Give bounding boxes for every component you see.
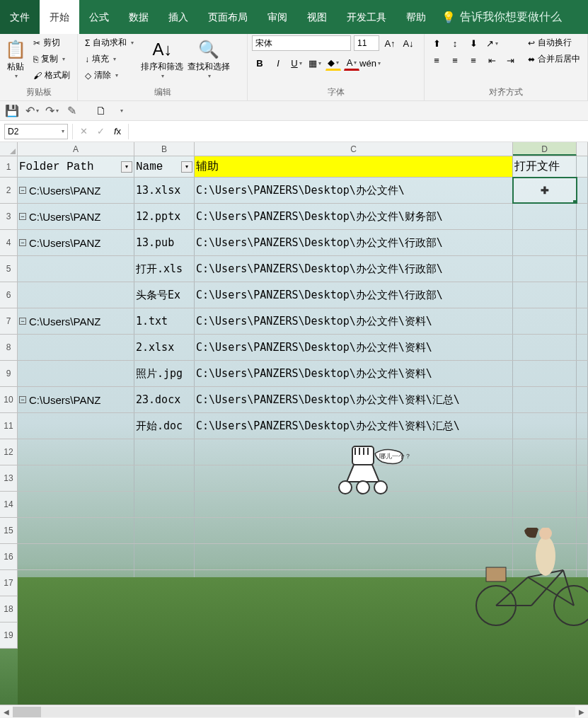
font-size-select[interactable] (354, 35, 379, 51)
cancel-formula-button[interactable]: ✕ (76, 124, 91, 139)
cell-A6[interactable] (18, 282, 134, 308)
tab-insert[interactable]: 插入 (158, 0, 198, 34)
row-header[interactable]: 11 (0, 413, 18, 439)
cell-E8[interactable] (577, 335, 588, 360)
row-header[interactable]: 9 (0, 361, 18, 386)
cell-B6[interactable]: 头条号Ex (134, 282, 195, 308)
cell-A17[interactable] (18, 570, 134, 596)
print-preview-button[interactable]: 🗋 (93, 103, 109, 119)
row-header[interactable]: 5 (0, 256, 18, 282)
row-header[interactable]: 7 (0, 308, 18, 334)
tab-data[interactable]: 数据 (119, 0, 158, 34)
cell-E19[interactable] (577, 623, 588, 648)
cell-B5[interactable]: 打开.xls (134, 256, 195, 282)
cell-A8[interactable] (18, 335, 134, 360)
cell-C4[interactable]: C:\Users\PANZERS\Desktop\办公文件\行政部\ (195, 230, 513, 255)
cell-B16[interactable] (134, 544, 195, 569)
cell-D3[interactable] (513, 204, 577, 229)
cell-E9[interactable] (577, 361, 588, 386)
cell-A10[interactable]: −C:\Users\PANZ (18, 387, 134, 412)
cell-D14[interactable] (513, 492, 577, 517)
paste-button[interactable]: 📋 粘贴 ▾ (4, 35, 26, 83)
cell-D16[interactable] (513, 544, 577, 569)
col-header-b[interactable]: B (134, 142, 195, 156)
cell-C5[interactable]: C:\Users\PANZERS\Desktop\办公文件\行政部\ (195, 256, 513, 282)
cell-E16[interactable] (577, 544, 588, 569)
row-header[interactable]: 6 (0, 282, 18, 308)
tab-help[interactable]: 帮助 (396, 0, 436, 34)
cell-E10[interactable] (577, 387, 588, 412)
tab-review[interactable]: 审阅 (258, 0, 297, 34)
cell-B9[interactable]: 照片.jpg (134, 361, 195, 386)
row-header[interactable]: 16 (0, 544, 18, 569)
decrease-font-button[interactable]: A↓ (400, 35, 416, 51)
row-header[interactable]: 15 (0, 518, 18, 543)
tab-home[interactable]: 开始 (40, 0, 79, 34)
align-left-button[interactable]: ≡ (429, 52, 444, 68)
undo-button[interactable]: ↶▾ (24, 103, 40, 119)
cell-C17[interactable] (195, 570, 513, 596)
border-button[interactable]: ▦▾ (307, 55, 323, 71)
redo-button[interactable]: ↷▾ (44, 103, 59, 119)
save-button[interactable]: 💾 (4, 103, 20, 119)
cell-A1[interactable]: Folder Path▾ (18, 156, 134, 177)
cell-E11[interactable] (577, 413, 588, 439)
cell-B10[interactable]: 23.docx (134, 387, 195, 412)
cell-E12[interactable] (577, 439, 588, 465)
align-middle-button[interactable]: ↕ (447, 35, 463, 51)
format-painter-button[interactable]: 🖌格式刷 (30, 68, 73, 83)
row-header[interactable]: 19 (0, 623, 18, 648)
cell-C10[interactable]: C:\Users\PANZERS\Desktop\办公文件\资料\汇总\ (195, 387, 513, 412)
tell-me[interactable]: 💡 告诉我你想要做什么 (442, 10, 562, 25)
cell-E4[interactable] (577, 230, 588, 255)
outline-toggle[interactable]: − (19, 318, 26, 325)
cell-D11[interactable] (513, 413, 577, 439)
cell-E17[interactable] (577, 570, 588, 596)
cell-A4[interactable]: −C:\Users\PANZ (18, 230, 134, 255)
cell-B2[interactable]: 13.xlsx (134, 178, 195, 203)
cell-D7[interactable] (513, 308, 577, 334)
cell-A5[interactable] (18, 256, 134, 282)
row-header[interactable]: 13 (0, 465, 18, 491)
cell-D13[interactable] (513, 465, 577, 491)
cell-D6[interactable] (513, 282, 577, 308)
align-top-button[interactable]: ⬆ (429, 35, 444, 51)
tab-dev[interactable]: 开发工具 (337, 0, 396, 34)
align-bottom-button[interactable]: ⬇ (466, 35, 481, 51)
cell-C9[interactable]: C:\Users\PANZERS\Desktop\办公文件\资料\ (195, 361, 513, 386)
cell-B4[interactable]: 13.pub (134, 230, 195, 255)
cell-C7[interactable]: C:\Users\PANZERS\Desktop\办公文件\资料\ (195, 308, 513, 334)
cell-D15[interactable] (513, 518, 577, 543)
outline-toggle[interactable]: − (19, 187, 26, 194)
row-header[interactable]: 3 (0, 204, 18, 229)
row-header[interactable]: 10 (0, 387, 18, 412)
quick-edit-button[interactable]: ✎ (64, 103, 79, 119)
cell-C19[interactable] (195, 623, 513, 648)
cell-A16[interactable] (18, 544, 134, 569)
cell-E3[interactable] (577, 204, 588, 229)
select-all-corner[interactable] (0, 142, 18, 156)
orientation-button[interactable]: ↗▾ (484, 35, 500, 51)
cell-A12[interactable] (18, 439, 134, 465)
cell-D8[interactable] (513, 335, 577, 360)
clear-button[interactable]: ◇清除▾ (82, 68, 137, 83)
row-header[interactable]: 4 (0, 230, 18, 255)
cell-A15[interactable] (18, 518, 134, 543)
cell-A13[interactable] (18, 465, 134, 491)
cell-D19[interactable] (513, 623, 577, 648)
merge-center-button[interactable]: ⬌合并后居中 (525, 52, 583, 66)
cell-D2[interactable]: ✚ (513, 178, 577, 203)
qat-dropdown[interactable]: ▾ (113, 103, 129, 119)
find-select-button[interactable]: 🔍 查找和选择▾ (188, 35, 230, 83)
cell-E7[interactable] (577, 308, 588, 334)
fill-button[interactable]: ↓填充▾ (82, 52, 137, 66)
cell-B1[interactable]: Name▾ (134, 156, 195, 177)
cell-B12[interactable] (134, 439, 195, 465)
cell-A9[interactable] (18, 361, 134, 386)
formula-input[interactable] (129, 124, 588, 139)
worksheet-grid[interactable]: A B C D 1Folder Path▾Name▾辅助打开文件2−C:\Use… (0, 142, 588, 705)
cell-A18[interactable] (18, 596, 134, 622)
row-header[interactable]: 1 (0, 156, 18, 177)
cell-D1[interactable]: 打开文件 (513, 156, 577, 177)
col-header-d[interactable]: D (513, 142, 577, 156)
